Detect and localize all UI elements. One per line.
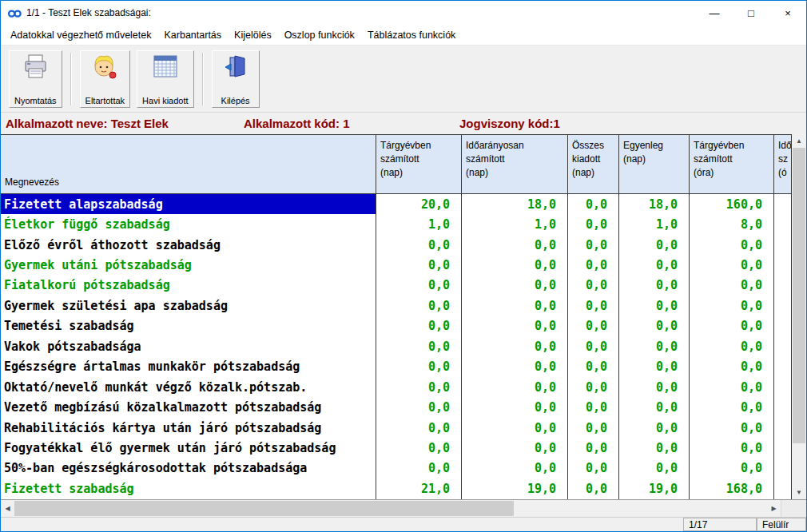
horizontal-scrollbar-thumb[interactable] [14, 501, 514, 516]
cell-value[interactable]: 0,0 [376, 276, 462, 296]
cell-value[interactable]: 0,0 [690, 336, 774, 356]
cell-value[interactable]: 0,0 [376, 235, 462, 255]
cell-value[interactable]: 0,0 [568, 276, 619, 296]
cell-value[interactable]: 0,0 [619, 397, 690, 417]
row-name[interactable]: Gyermek születési apa szabadság [1, 296, 376, 316]
vertical-scrollbar[interactable]: ▲ ▼ [792, 134, 806, 499]
cell-value[interactable] [774, 377, 792, 397]
cell-value[interactable]: 0,0 [690, 276, 774, 296]
cell-value[interactable]: 0,0 [568, 418, 619, 438]
menu-item[interactable]: Táblázatos funkciók [361, 26, 462, 44]
cell-value[interactable]: 0,0 [462, 316, 568, 336]
table-row[interactable]: Temetési szabadság0,00,00,00,00,0 [1, 316, 792, 336]
cell-value[interactable]: 21,0 [376, 478, 462, 498]
cell-value[interactable]: 0,0 [568, 397, 619, 417]
cell-value[interactable]: 0,0 [619, 336, 690, 356]
column-header[interactable]: Egyenleg(nap) [619, 134, 690, 194]
row-name[interactable]: Gyermek utáni pótszabadság [1, 255, 376, 275]
cell-value[interactable]: 0,0 [376, 255, 462, 275]
menu-item[interactable]: Kijelölés [228, 26, 278, 44]
table-row[interactable]: Vakok pótszabadsága0,00,00,00,00,0 [1, 336, 792, 356]
cell-value[interactable]: 0,0 [568, 478, 619, 498]
scroll-right-icon[interactable]: ▶ [767, 500, 781, 517]
cell-value[interactable] [774, 214, 792, 234]
cell-value[interactable]: 8,0 [690, 214, 774, 234]
cell-value[interactable] [774, 459, 792, 478]
column-header[interactable]: Megnevezés [1, 134, 376, 194]
cell-value[interactable]: 0,0 [568, 316, 619, 336]
row-name[interactable]: Egészségre ártalmas munkakör pótszabadsá… [1, 357, 376, 377]
column-header[interactable]: Időarányosanszámított(nap) [462, 134, 568, 194]
cell-value[interactable]: 0,0 [376, 377, 462, 397]
column-header[interactable]: Tárgyévbenszámított(nap) [376, 134, 462, 194]
cell-value[interactable]: 0,0 [462, 296, 568, 316]
scroll-down-icon[interactable]: ▼ [792, 486, 806, 499]
cell-value[interactable]: 0,0 [568, 296, 619, 316]
horizontal-scrollbar-track[interactable] [514, 500, 767, 517]
cell-value[interactable]: 0,0 [462, 336, 568, 356]
cell-value[interactable]: 0,0 [568, 357, 619, 377]
cell-value[interactable]: 0,0 [462, 377, 568, 397]
cell-value[interactable] [774, 438, 792, 458]
table-row[interactable]: Gyermek születési apa szabadság0,00,00,0… [1, 296, 792, 316]
cell-value[interactable]: 19,0 [619, 478, 690, 498]
vertical-scrollbar-track[interactable] [792, 443, 806, 486]
cell-value[interactable]: 0,0 [568, 377, 619, 397]
row-name[interactable]: Rehabilitációs kártya után járó pótszaba… [1, 418, 376, 438]
table-row[interactable]: Fizetett szabadság21,019,00,019,0168,0 [1, 478, 792, 498]
table-row[interactable]: Egészségre ártalmas munkakör pótszabadsá… [1, 357, 792, 377]
cell-value[interactable]: 0,0 [376, 438, 462, 458]
cell-value[interactable]: 0,0 [376, 357, 462, 377]
column-header[interactable]: Összeskiadott(nap) [568, 134, 619, 194]
monthly-issued-button[interactable]: Havi kiadott [137, 50, 193, 108]
cell-value[interactable]: 0,0 [568, 235, 619, 255]
cell-value[interactable]: 0,0 [690, 418, 774, 438]
cell-value[interactable] [774, 397, 792, 417]
cell-value[interactable]: 0,0 [568, 459, 619, 478]
cell-value[interactable]: 160,0 [690, 194, 774, 214]
row-name[interactable]: Fiatalkorú pótszabadság [1, 276, 376, 296]
cell-value[interactable]: 0,0 [619, 276, 690, 296]
cell-value[interactable]: 0,0 [690, 316, 774, 336]
cell-value[interactable]: 0,0 [690, 397, 774, 417]
cell-value[interactable] [774, 194, 792, 214]
cell-value[interactable]: 0,0 [619, 377, 690, 397]
table-row[interactable]: Rehabilitációs kártya után járó pótszaba… [1, 418, 792, 438]
row-name[interactable]: Vezető megbízású közalkalmazott pótszaba… [1, 397, 376, 417]
cell-value[interactable]: 0,0 [376, 296, 462, 316]
cell-value[interactable]: 0,0 [690, 296, 774, 316]
maximize-icon[interactable]: □ [733, 1, 769, 25]
cell-value[interactable]: 0,0 [690, 255, 774, 275]
cell-value[interactable]: 0,0 [619, 296, 690, 316]
column-header[interactable]: Idősz(ó [774, 134, 792, 194]
row-name[interactable]: 50%-ban egészségkárosodottak pótszabadsá… [1, 459, 376, 478]
cell-value[interactable]: 0,0 [376, 316, 462, 336]
cell-value[interactable]: 0,0 [690, 459, 774, 478]
menu-item[interactable]: Adatokkal végezhető műveletek [4, 26, 158, 44]
cell-value[interactable]: 0,0 [462, 459, 568, 478]
cell-value[interactable]: 0,0 [376, 336, 462, 356]
cell-value[interactable]: 168,0 [690, 478, 774, 498]
cell-value[interactable]: 0,0 [619, 316, 690, 336]
cell-value[interactable]: 20,0 [376, 194, 462, 214]
table-row[interactable]: Gyermek utáni pótszabadság0,00,00,00,00,… [1, 255, 792, 275]
table-row[interactable]: Fogyatékkal élő gyermek után járó pótsza… [1, 438, 792, 458]
vertical-scrollbar-thumb[interactable] [793, 148, 805, 443]
cell-value[interactable]: 0,0 [619, 235, 690, 255]
table-row[interactable]: 50%-ban egészségkárosodottak pótszabadsá… [1, 459, 792, 478]
cell-value[interactable]: 0,0 [568, 214, 619, 234]
cell-value[interactable]: 0,0 [619, 357, 690, 377]
row-name[interactable]: Életkor függő szabadság [1, 214, 376, 234]
table-row[interactable]: Fiatalkorú pótszabadság0,00,00,00,00,0 [1, 276, 792, 296]
column-header[interactable]: Tárgyévbenszámított(óra) [690, 134, 774, 194]
cell-value[interactable] [774, 357, 792, 377]
cell-value[interactable]: 0,0 [690, 357, 774, 377]
cell-value[interactable]: 0,0 [462, 357, 568, 377]
cell-value[interactable]: 18,0 [462, 194, 568, 214]
cell-value[interactable]: 0,0 [690, 377, 774, 397]
table-row[interactable]: Előző évről áthozott szabadság0,00,00,00… [1, 235, 792, 255]
cell-value[interactable] [774, 478, 792, 498]
cell-value[interactable]: 0,0 [568, 194, 619, 214]
cell-value[interactable] [774, 255, 792, 275]
cell-value[interactable]: 0,0 [619, 255, 690, 275]
